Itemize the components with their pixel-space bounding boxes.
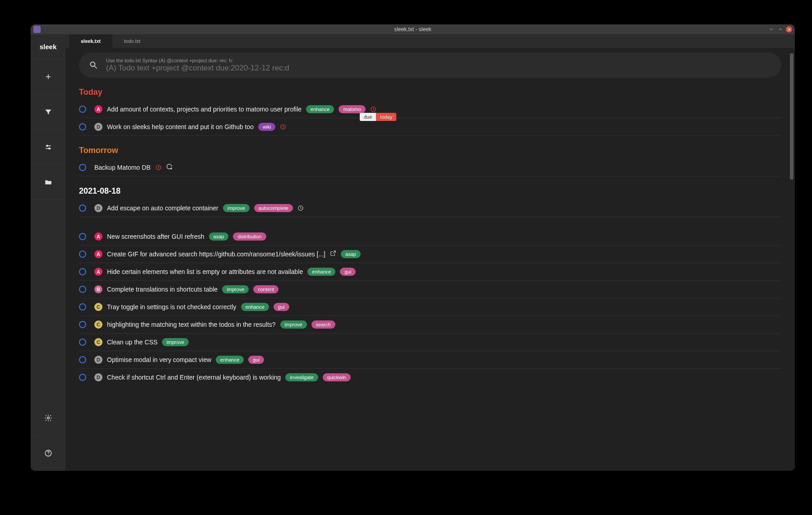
priority-badge: C xyxy=(94,303,102,311)
todo-text: Check if shortcut Ctrl and Enter (extern… xyxy=(107,374,281,381)
todo-text: Complete translations in shortcuts table xyxy=(107,286,218,293)
svg-point-6 xyxy=(47,417,49,419)
sidebar: sleek xyxy=(31,34,65,471)
external-link-icon[interactable] xyxy=(330,250,336,258)
due-icon xyxy=(280,124,286,130)
todo-checkbox[interactable] xyxy=(79,164,86,171)
todo-text: highlighting the matching text within th… xyxy=(107,321,276,328)
todo-row[interactable]: A Hide certain elements when list is emp… xyxy=(79,263,781,281)
tag[interactable]: enhance xyxy=(241,303,269,311)
todo-row[interactable]: A New screenshots after GUI refresh asap… xyxy=(79,228,781,246)
todo-checkbox[interactable] xyxy=(79,303,86,311)
app-logo: sleek xyxy=(31,34,65,59)
tag[interactable]: asap xyxy=(209,232,229,241)
todo-text: Create GIF for advanced search https://g… xyxy=(107,251,325,258)
todo-row[interactable]: C Clean up the CSS improve xyxy=(79,334,781,351)
todo-text: Add amount of contexts, projects and pri… xyxy=(107,106,302,113)
tag[interactable]: quickwin xyxy=(323,373,351,381)
todo-list: Today A Add amount of contexts, projects… xyxy=(65,78,795,471)
filter-button[interactable] xyxy=(31,94,65,130)
scrollbar-thumb[interactable] xyxy=(790,53,793,180)
todo-checkbox[interactable] xyxy=(79,286,86,293)
help-icon xyxy=(44,449,52,457)
todo-row[interactable]: C highlighting the matching text within … xyxy=(79,316,781,334)
section-today: Today xyxy=(79,88,781,97)
todo-checkbox[interactable] xyxy=(79,356,86,363)
todo-row[interactable]: B Complete translations in shortcuts tab… xyxy=(79,281,781,298)
tag[interactable]: autocomplete xyxy=(254,204,293,212)
tag[interactable]: gui xyxy=(340,268,356,276)
tag[interactable]: content xyxy=(253,285,278,293)
tag[interactable]: search xyxy=(311,320,335,329)
help-button[interactable] xyxy=(31,436,65,471)
search-hint: Use the todo.txt Syntax (A) @context +pr… xyxy=(106,58,467,63)
todo-checkbox[interactable] xyxy=(79,106,86,113)
todo-checkbox[interactable] xyxy=(79,123,86,130)
tab-sleek-txt[interactable]: sleek.txt xyxy=(69,34,112,48)
tag[interactable]: investigate xyxy=(285,373,318,381)
tag[interactable]: distribution xyxy=(233,232,266,241)
tab-bar: sleek.txt todo.txt xyxy=(65,34,795,48)
tag[interactable]: improve xyxy=(162,338,189,346)
todo-row[interactable]: D Check if shortcut Ctrl and Enter (exte… xyxy=(79,369,781,386)
settings-button[interactable] xyxy=(31,400,65,436)
tag[interactable]: gui xyxy=(248,356,264,364)
tag[interactable]: enhance xyxy=(216,356,244,364)
todo-checkbox[interactable] xyxy=(79,251,86,258)
todo-row[interactable]: Backup Matomo DB xyxy=(79,159,781,176)
svg-line-10 xyxy=(95,66,97,69)
tag[interactable]: improve xyxy=(222,285,249,293)
tag[interactable]: wiki xyxy=(258,123,275,131)
due-icon xyxy=(370,106,376,112)
maximize-button[interactable] xyxy=(777,26,784,33)
tag[interactable]: improve xyxy=(280,320,307,329)
todo-row[interactable]: C Tray toggle in settings is not checked… xyxy=(79,298,781,316)
todo-checkbox[interactable] xyxy=(79,374,86,381)
svg-point-4 xyxy=(46,145,48,146)
add-todo-button[interactable] xyxy=(31,59,65,94)
tag[interactable]: matomo xyxy=(339,105,366,113)
tag[interactable]: improve xyxy=(223,204,250,212)
todo-checkbox[interactable] xyxy=(79,233,86,240)
priority-badge: D xyxy=(94,373,102,381)
priority-badge: D xyxy=(94,356,102,364)
svg-point-8 xyxy=(48,455,49,455)
view-button[interactable] xyxy=(31,130,65,165)
priority-badge: A xyxy=(94,232,102,241)
todo-row[interactable]: A Add amount of contexts, projects and p… xyxy=(79,101,781,118)
files-button[interactable] xyxy=(31,165,65,200)
priority-badge: A xyxy=(94,250,102,258)
search-bar[interactable]: Use the todo.txt Syntax (A) @context +pr… xyxy=(79,52,781,78)
todo-checkbox[interactable] xyxy=(79,268,86,275)
svg-point-5 xyxy=(48,148,50,149)
todo-checkbox[interactable] xyxy=(79,321,86,328)
due-tooltip-value: today xyxy=(376,113,396,121)
todo-row[interactable]: due today D Work on sleeks help content … xyxy=(79,118,781,136)
close-button[interactable] xyxy=(786,26,792,32)
priority-badge: C xyxy=(94,320,102,329)
filter-icon xyxy=(44,108,52,116)
priority-badge: A xyxy=(94,268,102,276)
tag[interactable]: enhance xyxy=(306,105,334,113)
due-tooltip: due today xyxy=(360,113,396,121)
tag[interactable]: asap xyxy=(341,250,361,258)
priority-badge: D xyxy=(94,123,102,131)
recurrence-icon xyxy=(166,163,172,172)
todo-checkbox[interactable] xyxy=(79,339,86,346)
tag[interactable]: enhance xyxy=(307,268,335,276)
gear-icon xyxy=(44,414,52,422)
search-icon xyxy=(89,60,98,70)
todo-text: Clean up the CSS xyxy=(107,339,158,346)
todo-text: New screenshots after GUI refresh xyxy=(107,233,204,240)
minimize-button[interactable] xyxy=(768,26,775,33)
priority-badge: B xyxy=(94,285,102,293)
scrollbar[interactable] xyxy=(790,53,793,469)
todo-row[interactable]: D Add escape on auto complete container … xyxy=(79,200,781,217)
priority-badge: C xyxy=(94,338,102,346)
search-input[interactable] xyxy=(106,64,467,73)
todo-checkbox[interactable] xyxy=(79,204,86,212)
tag[interactable]: gui xyxy=(274,303,289,311)
todo-row[interactable]: D Optimise modal in very compact view en… xyxy=(79,351,781,369)
tab-todo-txt[interactable]: todo.txt xyxy=(112,34,152,48)
todo-row[interactable]: A Create GIF for advanced search https:/… xyxy=(79,246,781,263)
